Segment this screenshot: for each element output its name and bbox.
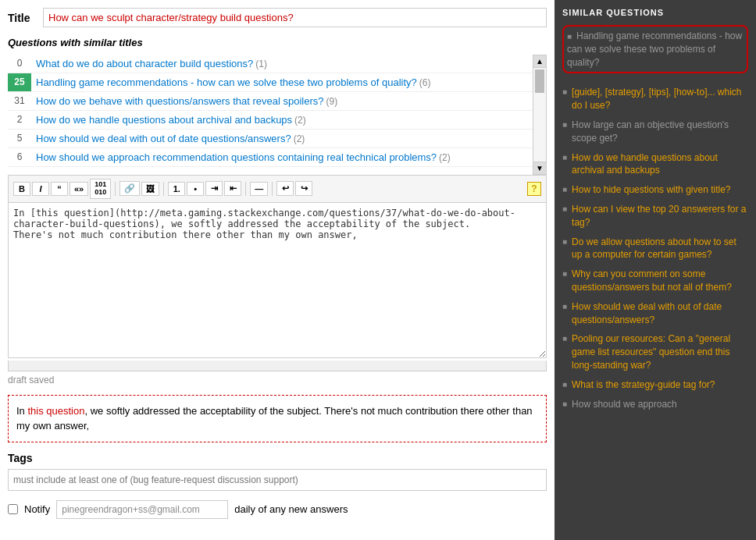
table-row: 25Handling game recommendations - how ca…: [8, 73, 533, 92]
toolbar-sep-3: [245, 182, 246, 196]
help-btn[interactable]: ?: [527, 182, 541, 196]
bullet-icon: ■: [562, 269, 567, 278]
redo-btn[interactable]: ↪: [295, 181, 312, 196]
row-link-cell: How do we handle questions about archiva…: [31, 111, 533, 130]
editor-toolbar: B I “ «» 101010 🔗 🖼 1. • ⇥ ⇤ — ↩ ↪ ?: [8, 175, 547, 202]
row-link[interactable]: How do we behave with questions/answers …: [36, 95, 324, 107]
indent-btn[interactable]: ⇥: [205, 181, 223, 196]
bullet-icon: ■: [562, 153, 567, 162]
scroll-thumb[interactable]: [535, 69, 544, 93]
bullet-icon: ■: [567, 32, 572, 41]
list-item: ■How to hide questions with given title?: [562, 183, 748, 197]
highlighted-sidebar-item: ■Handling game recommendations - how can…: [562, 25, 748, 73]
title-input[interactable]: [43, 8, 547, 27]
preview-link[interactable]: this question: [27, 405, 84, 417]
row-count: (2): [439, 152, 451, 163]
bullet-icon: ■: [562, 204, 567, 213]
ol-btn[interactable]: 1.: [168, 182, 185, 196]
table-row: 5How should we deal with out of date que…: [8, 130, 533, 148]
scroll-up-btn[interactable]: ▲: [533, 55, 546, 68]
bullet-icon: ■: [562, 400, 567, 408]
list-item: ■What is the strategy-guide tag for?: [562, 378, 748, 392]
sidebar-link[interactable]: Why can you comment on some questions/an…: [572, 268, 748, 294]
sidebar-link[interactable]: Pooling our resources: Can a "general ga…: [572, 332, 748, 371]
scroll-down-btn[interactable]: ▼: [533, 162, 546, 174]
row-count: (6): [419, 77, 431, 88]
list-item: ■[guide], [strategy], [tips], [how-to]..…: [562, 86, 748, 112]
toolbar-sep-1: [115, 182, 116, 196]
tags-input[interactable]: [8, 469, 547, 491]
list-item: ■How should we deal with out of date que…: [562, 300, 748, 327]
sidebar-link[interactable]: How large can an objective question's sc…: [572, 119, 748, 145]
italic-btn[interactable]: I: [32, 182, 49, 196]
similar-heading: Questions with similar titles: [8, 37, 547, 48]
sidebar-link[interactable]: How should we approach: [572, 398, 677, 411]
row-number: 25: [8, 73, 31, 92]
image-btn[interactable]: 🖼: [141, 182, 159, 196]
preview-text-after: , we softly addressed the acceptability …: [16, 405, 533, 432]
list-item: ■Why can you comment on some questions/a…: [562, 268, 748, 294]
bullet-icon: ■: [562, 185, 567, 194]
row-link[interactable]: What do we do about character build ques…: [36, 58, 253, 69]
tags-label: Tags: [8, 452, 547, 464]
hr-btn[interactable]: —: [250, 182, 268, 196]
notify-checkbox[interactable]: [8, 504, 18, 514]
table-row: 31How do we behave with questions/answer…: [8, 92, 533, 111]
sidebar-link[interactable]: How do we handle questions about archiva…: [572, 151, 748, 178]
row-link-cell: How should we approach recommendation qu…: [31, 148, 533, 167]
sidebar-link[interactable]: What is the strategy-guide tag for?: [572, 378, 715, 392]
notify-label: Notify: [24, 503, 50, 515]
toolbar-sep-4: [272, 182, 273, 196]
bullet-icon: ■: [562, 334, 567, 343]
row-number: 5: [8, 130, 31, 148]
sidebar-link[interactable]: [guide], [strategy], [tips], [how-to]...…: [572, 86, 748, 112]
row-link-cell: What do we do about character build ques…: [31, 55, 533, 73]
code-block-btn[interactable]: 101010: [90, 179, 111, 199]
list-item: ■How can I view the top 20 answerers for…: [562, 203, 748, 229]
horizontal-scrollbar[interactable]: [8, 361, 547, 371]
row-link[interactable]: How should we approach recommendation qu…: [36, 151, 437, 163]
row-link[interactable]: How should we deal with out of date ques…: [36, 133, 291, 144]
row-count: (1): [255, 59, 267, 69]
table-row: 6How should we approach recommendation q…: [8, 148, 533, 167]
code-btn[interactable]: «»: [70, 182, 88, 196]
row-count: (2): [294, 133, 305, 144]
ul-btn[interactable]: •: [187, 182, 204, 196]
preview-box: In this question, we softly addressed th…: [8, 395, 547, 442]
toolbar-sep-2: [163, 182, 164, 196]
link-btn[interactable]: 🔗: [119, 181, 140, 196]
vertical-scrollbar[interactable]: ▲ ▼: [533, 55, 547, 175]
bullet-icon: ■: [562, 302, 567, 311]
similar-questions-table: 0What do we do about character build que…: [8, 55, 533, 167]
draft-saved-label: draft saved: [8, 371, 547, 389]
editor-textarea[interactable]: In [this question](http://meta.gaming.st…: [8, 202, 547, 358]
notify-email-input[interactable]: [56, 500, 228, 519]
row-number: 0: [8, 55, 31, 73]
bold-btn[interactable]: B: [13, 182, 30, 196]
title-label: Title: [8, 12, 35, 24]
row-number: 6: [8, 148, 31, 167]
row-link[interactable]: How do we handle questions about archiva…: [36, 114, 292, 126]
notify-suffix: daily of any new answers: [234, 503, 348, 515]
undo-btn[interactable]: ↩: [276, 181, 294, 196]
sidebar-link[interactable]: How to hide questions with given title?: [572, 183, 730, 197]
bullet-icon: ■: [562, 380, 567, 389]
dedent-btn[interactable]: ⇤: [224, 181, 241, 196]
sidebar-link[interactable]: Do we allow questions about how to set u…: [572, 236, 748, 262]
row-link[interactable]: Handling game recommendations - how can …: [36, 76, 417, 88]
list-item: ■Handling game recommendations - how can…: [562, 25, 748, 80]
list-item: ■How should we approach: [562, 398, 748, 411]
sidebar-link[interactable]: Handling game recommendations - how can …: [567, 30, 742, 68]
sidebar-link[interactable]: How should we deal with out of date ques…: [572, 300, 748, 327]
sidebar-link[interactable]: How can I view the top 20 answerers for …: [572, 203, 748, 229]
quote-btn[interactable]: “: [51, 182, 68, 196]
similar-questions-sidebar: ■Handling game recommendations - how can…: [562, 25, 748, 410]
list-item: ■How do we handle questions about archiv…: [562, 151, 748, 178]
row-link-cell: Handling game recommendations - how can …: [31, 73, 533, 92]
bullet-icon: ■: [562, 87, 567, 96]
preview-text-before: In: [16, 405, 27, 417]
bullet-icon: ■: [562, 237, 567, 246]
row-count: (2): [294, 115, 306, 126]
table-row: 0What do we do about character build que…: [8, 55, 533, 73]
sidebar: SIMILAR QUESTIONS ■Handling game recomme…: [555, 0, 756, 540]
